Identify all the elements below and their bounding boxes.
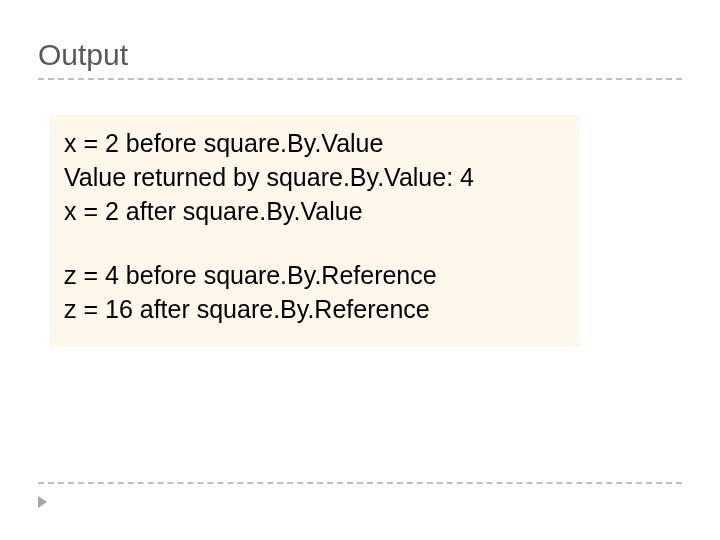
caret-icon — [38, 496, 47, 508]
output-line: x = 2 after square.By.Value — [64, 195, 566, 227]
output-line: z = 16 after square.By.Reference — [64, 293, 566, 325]
slide-title: Output — [38, 38, 682, 78]
footer-divider — [38, 482, 682, 484]
title-block: Output — [38, 38, 682, 80]
blank-line — [64, 229, 566, 259]
title-divider — [38, 78, 682, 80]
output-box: x = 2 before square.By.Value Value retur… — [50, 115, 580, 347]
output-line: Value returned by square.By.Value: 4 — [64, 161, 566, 193]
output-line: z = 4 before square.By.Reference — [64, 259, 566, 291]
output-line: x = 2 before square.By.Value — [64, 127, 566, 159]
slide: Output x = 2 before square.By.Value Valu… — [0, 0, 720, 540]
